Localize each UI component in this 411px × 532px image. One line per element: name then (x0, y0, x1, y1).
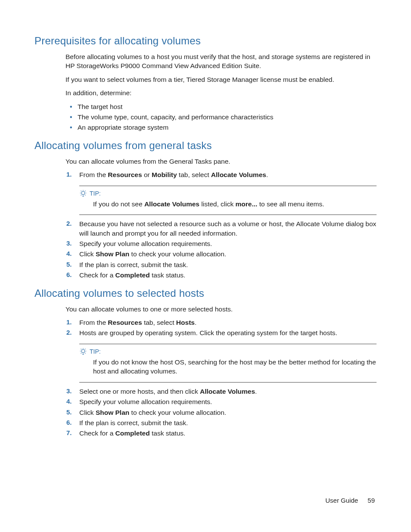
step-item: From the Resources or Mobility tab, sele… (65, 170, 377, 215)
svg-line-5 (81, 191, 81, 191)
step-item: Hosts are grouped by operating system. C… (65, 328, 377, 382)
step-item: Check for a Completed task status. (65, 271, 377, 280)
text: tab, select (177, 171, 211, 178)
text: to see all menu items. (257, 200, 324, 208)
text: Hosts are grouped by operating system. C… (79, 329, 337, 336)
page-footer: User Guide 59 (325, 496, 375, 505)
heading-prerequisites: Prerequisites for allocating volumes (34, 34, 377, 48)
tip-label: TIP: (90, 348, 101, 356)
tip-box: TIP: If you do not know the host OS, sea… (79, 344, 377, 383)
text-bold: Hosts (176, 319, 195, 326)
tip-label: TIP: (90, 190, 101, 198)
bullet-list: The target host The volume type, count, … (65, 102, 377, 132)
text-bold: Resources (108, 171, 142, 178)
lightbulb-icon (79, 190, 87, 197)
text: task status. (150, 429, 186, 437)
section-prerequisites-body: Before allocating volumes to a host you … (65, 52, 377, 132)
text: . (266, 171, 268, 178)
step-item: Click Show Plan to check your volume all… (65, 249, 377, 258)
text: Check for a (79, 271, 115, 279)
text-bold: Completed (115, 271, 150, 279)
text: listed, click (199, 200, 236, 208)
footer-label: User Guide (325, 497, 358, 504)
paragraph: Before allocating volumes to a host you … (65, 52, 377, 71)
text-bold: more... (236, 200, 258, 208)
text: Select one or more hosts, and then click (79, 388, 200, 395)
step-item: From the Resources tab, select Hosts. (65, 318, 377, 327)
text: tab, select (142, 319, 176, 326)
tip-header: TIP: (79, 348, 377, 356)
step-item: Because you have not selected a resource… (65, 219, 377, 238)
page: Prerequisites for allocating volumes Bef… (0, 0, 411, 532)
tip-header: TIP: (79, 190, 377, 198)
text: Check for a (79, 429, 115, 437)
text-bold: Show Plan (96, 409, 129, 416)
ordered-steps: From the Resources tab, select Hosts. Ho… (65, 318, 377, 438)
text: task status. (150, 271, 186, 279)
page-number: 59 (367, 497, 375, 504)
heading-general-tasks: Allocating volumes from general tasks (34, 138, 377, 152)
step-item: If the plan is correct, submit the task. (65, 260, 377, 269)
text-bold: Mobility (152, 171, 177, 178)
text: . (195, 319, 196, 326)
tip-text: If you do not see Allocate Volumes liste… (79, 199, 377, 208)
section-general-tasks-body: You can allocate volumes from the Genera… (65, 157, 377, 280)
svg-line-6 (85, 191, 85, 191)
text-bold: Resources (108, 319, 142, 326)
text: to check your volume allocation. (129, 250, 226, 258)
paragraph: You can allocate volumes to one or more … (65, 305, 377, 314)
text: or (142, 171, 152, 178)
svg-line-15 (81, 349, 81, 349)
ordered-steps: From the Resources or Mobility tab, sele… (65, 170, 377, 280)
tip-text: If you do not know the host OS, searchin… (79, 358, 377, 376)
text: If you do not see (93, 200, 144, 208)
text: Click (79, 250, 96, 258)
text: . (255, 388, 257, 395)
svg-line-7 (81, 195, 81, 195)
text-bold: Show Plan (96, 250, 129, 258)
text-bold: Allocate Volumes (200, 388, 255, 395)
text: Click (79, 409, 96, 416)
paragraph: You can allocate volumes from the Genera… (65, 157, 377, 166)
text-bold: Allocate Volumes (144, 200, 199, 208)
step-item: Click Show Plan to check your volume all… (65, 408, 377, 417)
list-item: The volume type, count, capacity, and pe… (65, 112, 377, 121)
text: to check your volume allocation. (129, 409, 226, 416)
heading-selected-hosts: Allocating volumes to selected hosts (34, 286, 377, 300)
svg-line-16 (85, 349, 85, 349)
paragraph: If you want to select volumes from a tie… (65, 75, 377, 84)
lightbulb-icon (79, 348, 87, 355)
list-item: An appropriate storage system (65, 123, 377, 132)
step-item: Specify your volume allocation requireme… (65, 239, 377, 248)
section-selected-hosts-body: You can allocate volumes to one or more … (65, 305, 377, 438)
text: From the (79, 319, 108, 326)
step-item: Check for a Completed task status. (65, 429, 377, 438)
step-item: Select one or more hosts, and then click… (65, 387, 377, 396)
svg-point-10 (81, 350, 85, 353)
svg-line-17 (81, 353, 81, 354)
svg-point-0 (81, 192, 85, 195)
list-item: The target host (65, 102, 377, 111)
tip-box: TIP: If you do not see Allocate Volumes … (79, 186, 377, 215)
step-item: If the plan is correct, submit the task. (65, 418, 377, 427)
step-item: Specify your volume allocation requireme… (65, 397, 377, 406)
text-bold: Allocate Volumes (211, 171, 266, 178)
text: From the (79, 171, 108, 178)
text-bold: Completed (115, 429, 150, 437)
svg-line-8 (85, 195, 85, 195)
svg-line-18 (85, 353, 85, 354)
paragraph: In addition, determine: (65, 88, 377, 97)
